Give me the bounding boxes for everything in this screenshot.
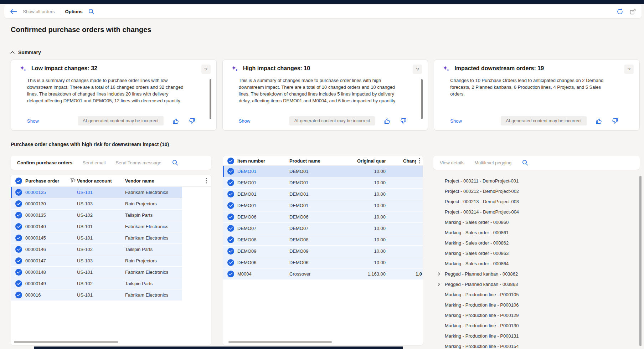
pegging-item[interactable]: Project - 000213 - DemoProject-003 [433,196,633,207]
confirm-purchase-orders-button[interactable]: Confirm purchase orders [17,160,72,165]
row-checkbox[interactable] [15,246,22,253]
select-all-checkbox[interactable] [227,158,234,164]
pegging-item[interactable]: Marking - Production line - P000106 [433,300,633,310]
row-checkbox[interactable] [15,223,22,230]
card-scrollbar-thumb[interactable] [421,79,423,119]
filter-sort-icon[interactable] [69,178,77,183]
po-number-cell[interactable]: 00000125 [25,190,77,195]
row-checkbox[interactable] [227,179,234,186]
po-number-cell[interactable]: 00000130 [25,201,77,206]
item-number-cell[interactable]: DEMO08 [237,237,289,242]
pegging-item[interactable]: Marking - Production line - P000129 [433,310,633,320]
vendor-account-cell[interactable]: US-103 [77,201,125,206]
search-icon[interactable] [88,8,95,15]
po-line-row[interactable]: DEMO01 DEMO01 10.00 [223,166,423,177]
pegging-item[interactable]: Project - 000211 - DemoProject-001 [433,176,633,186]
show-link[interactable]: Show [450,118,462,124]
column-header-product-name[interactable]: Product name [289,158,357,164]
po-line-row[interactable]: DEMO01 DEMO01 10.00 [223,177,423,189]
item-number-cell[interactable]: DEMO09 [237,248,289,254]
thumbs-up-icon[interactable] [384,118,391,124]
send-teams-message-button[interactable]: Send Teams message [115,160,161,165]
item-number-cell[interactable]: DEMO06 [237,260,289,265]
thumbs-down-icon[interactable] [400,118,406,124]
column-header-change[interactable]: Change [386,158,416,164]
column-header-vendor-account[interactable]: Vendor account [77,178,125,184]
summary-section-toggle[interactable]: Summary [10,50,41,55]
po-line-row[interactable]: DEMO01 DEMO01 10.00 [223,200,423,211]
po-line-row[interactable]: DEMO06 DEMO06 10.00 [223,211,423,223]
help-icon[interactable]: ? [624,65,634,74]
po-line-row[interactable]: M0004 Crossover 1,163.00 1,0 [223,268,423,280]
row-checkbox[interactable] [15,189,22,196]
item-number-cell[interactable]: DEMO01 [237,191,289,197]
po-row[interactable]: 00000135 US-102 Tailspin Parts [11,210,182,221]
pegging-item[interactable]: Project - 000212 - DemoProject-002 [433,186,633,196]
expand-chevron-icon[interactable] [438,272,445,276]
send-email-button[interactable]: Send email [82,160,105,165]
po-number-cell[interactable]: 000016 [25,292,77,298]
horizontal-scrollbar-thumb[interactable] [14,341,118,343]
po-line-row[interactable]: DEMO07 DEMO07 10.00 [223,223,423,234]
po-row[interactable]: 00000145 US-101 Fabrikam Electronics [11,232,182,244]
po-row[interactable]: 00000140 US-101 Fabrikam Electronics [11,221,182,232]
select-all-checkbox[interactable] [15,178,22,184]
row-checkbox[interactable] [227,214,234,220]
vendor-account-cell[interactable]: US-101 [77,235,125,241]
po-number-cell[interactable]: 00000135 [25,212,77,218]
thumbs-up-icon[interactable] [596,118,602,124]
vertical-scrollbar-thumb[interactable] [639,176,642,346]
row-checkbox[interactable] [227,225,234,232]
options-button[interactable]: Options [65,9,83,14]
po-line-row[interactable]: DEMO06 DEMO06 10.00 [223,257,423,268]
row-checkbox[interactable] [227,236,234,243]
row-checkbox[interactable] [15,269,22,276]
vendor-account-cell[interactable]: US-101 [77,190,125,195]
po-row[interactable]: 00000125 US-101 Fabrikam Electronics [11,187,182,198]
vendor-account-cell[interactable]: US-102 [77,247,125,252]
row-checkbox[interactable] [15,292,22,298]
pegging-item[interactable]: Marking - Production line - P000131 [433,331,633,341]
row-checkbox[interactable] [15,235,22,241]
pegging-item[interactable]: Marking - Production line - P000154 [433,341,633,349]
item-number-cell[interactable]: DEMO01 [237,169,289,174]
pegging-item[interactable]: Marking - Sales order - 000860 [433,217,633,227]
popout-icon[interactable] [629,8,637,15]
vendor-account-cell[interactable]: US-103 [77,258,125,263]
po-number-cell[interactable]: 00000146 [25,247,77,252]
pegging-item[interactable]: Marking - Sales order - 000861 [433,227,633,238]
column-header-original-quantity[interactable]: Original quanti... [357,158,386,164]
horizontal-scrollbar-thumb[interactable] [228,341,332,343]
po-number-cell[interactable]: 00000149 [25,281,77,286]
po-row[interactable]: 00000146 US-102 Tailspin Parts [11,244,182,255]
po-number-cell[interactable]: 00000148 [25,270,77,275]
po-line-row[interactable]: DEMO08 DEMO08 10.00 [223,234,423,246]
show-link[interactable]: Show [27,118,39,124]
pegging-item[interactable]: Marking - Sales order - 000863 [433,248,633,258]
item-number-cell[interactable]: DEMO07 [237,226,289,231]
vendor-account-cell[interactable]: US-101 [77,224,125,229]
more-options-icon[interactable] [416,158,423,164]
row-checkbox[interactable] [15,212,22,219]
po-row[interactable]: 00000147 US-103 Rain Projectors [11,255,182,267]
show-all-orders-button[interactable]: Show all orders [23,9,55,14]
item-number-cell[interactable]: DEMO06 [237,214,289,220]
help-icon[interactable]: ? [201,65,211,74]
refresh-icon[interactable] [616,7,624,16]
po-row[interactable]: 00000148 US-101 Fabrikam Electronics [11,267,182,278]
search-icon[interactable] [521,159,529,166]
po-number-cell[interactable]: 00000147 [25,258,77,263]
help-icon[interactable]: ? [413,65,422,74]
item-number-cell[interactable]: DEMO01 [237,203,289,208]
po-line-row[interactable]: DEMO09 DEMO09 10.00 [223,246,423,257]
column-header-purchase-order[interactable]: Purchase order [25,178,69,184]
row-checkbox[interactable] [227,202,234,209]
search-icon[interactable] [171,159,179,166]
po-row[interactable]: 00000149 US-102 Tailspin Parts [11,278,182,289]
column-header-vendor-name[interactable]: Vendor name [125,178,202,184]
row-checkbox[interactable] [227,248,234,255]
pegging-item[interactable]: Marking - Sales order - 000864 [433,258,633,269]
po-row[interactable]: 000016 US-101 Fabrikam Electronics [11,289,182,301]
row-checkbox[interactable] [227,168,234,175]
thumbs-up-icon[interactable] [173,118,179,124]
